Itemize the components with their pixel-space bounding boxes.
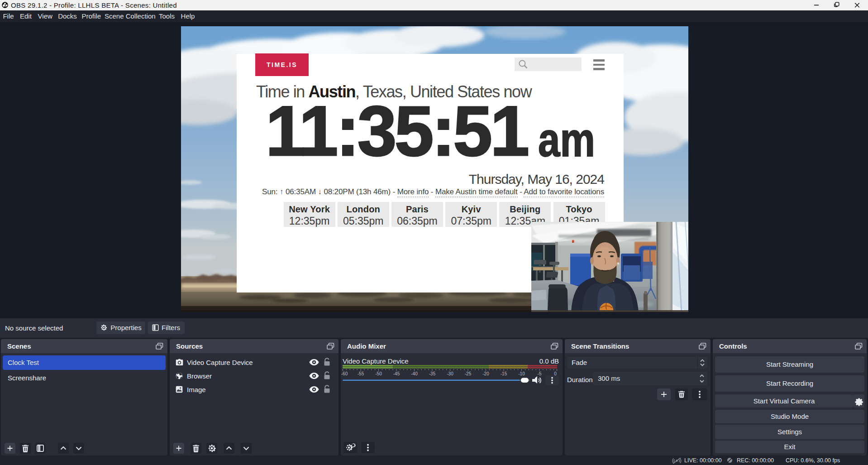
svg-text:-60: -60	[341, 371, 348, 376]
svg-text:-50: -50	[375, 371, 382, 376]
svg-text:-25: -25	[465, 371, 472, 376]
svg-text:-45: -45	[393, 371, 400, 376]
svg-text:-15: -15	[501, 371, 507, 376]
svg-text:-5: -5	[538, 371, 542, 376]
svg-text:-35: -35	[429, 371, 436, 376]
svg-text:-30: -30	[447, 371, 453, 376]
svg-text:-10: -10	[518, 371, 525, 376]
svg-text:-40: -40	[411, 371, 418, 376]
svg-text:-20: -20	[482, 371, 489, 376]
svg-text:-55: -55	[358, 371, 364, 376]
